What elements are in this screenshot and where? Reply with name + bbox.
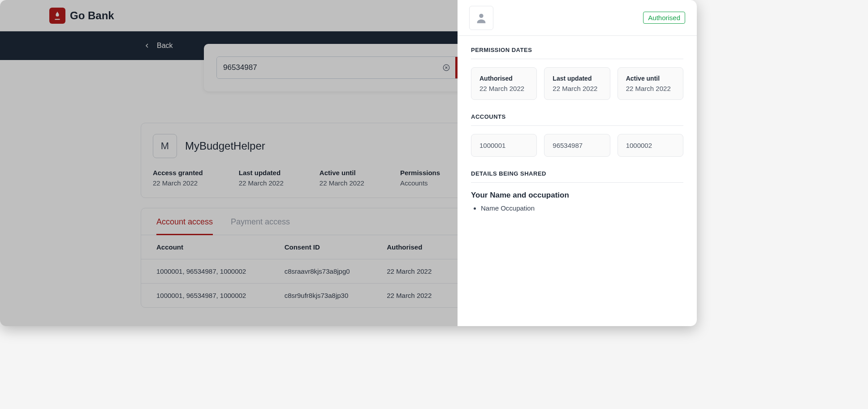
detail-item: Name Occupation: [481, 204, 683, 212]
account-card[interactable]: 96534987: [544, 134, 610, 157]
date-card-authorised: Authorised 22 March 2022: [471, 67, 537, 100]
date-card-last-updated: Last updated 22 March 2022: [544, 67, 610, 100]
detail-list: Name Occupation: [471, 204, 683, 212]
avatar: [469, 6, 493, 30]
card-label: Authorised: [479, 75, 528, 82]
account-number: 1000001: [479, 142, 505, 149]
card-value: 22 March 2022: [553, 85, 601, 92]
section-permission-dates: PERMISSION DATES: [471, 47, 683, 59]
status-badge: Authorised: [643, 12, 685, 24]
account-number: 1000002: [626, 142, 652, 149]
card-value: 22 March 2022: [479, 85, 528, 92]
accounts-row: 1000001 96534987 1000002: [471, 134, 683, 157]
card-label: Last updated: [553, 75, 601, 82]
detail-heading: Your Name and occupation: [471, 191, 683, 200]
section-details-shared: DETAILS BEING SHARED: [471, 170, 683, 183]
panel-header: Authorised: [458, 0, 697, 36]
section-accounts: ACCOUNTS: [471, 113, 683, 126]
panel-body: PERMISSION DATES Authorised 22 March 202…: [458, 36, 697, 223]
account-number: 96534987: [553, 142, 583, 149]
account-card[interactable]: 1000001: [471, 134, 537, 157]
consent-detail-panel: Authorised PERMISSION DATES Authorised 2…: [458, 0, 697, 326]
app-frame: Go Bank Consent management Back M MyBudg…: [0, 0, 697, 326]
card-label: Active until: [626, 75, 675, 82]
card-value: 22 March 2022: [626, 85, 675, 92]
date-card-active-until: Active until 22 March 2022: [618, 67, 683, 100]
permission-dates-row: Authorised 22 March 2022 Last updated 22…: [471, 67, 683, 100]
account-card[interactable]: 1000002: [618, 134, 683, 157]
user-icon: [475, 12, 488, 24]
